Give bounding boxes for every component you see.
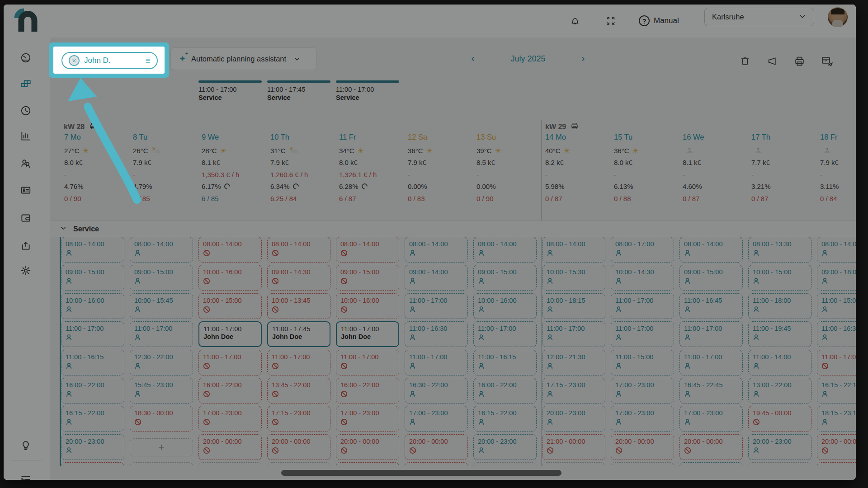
filter-chip-label: John D. (84, 56, 111, 65)
clear-filter-icon[interactable]: ✕ (69, 55, 80, 66)
highlight-box: ✕ John D. ≡ (49, 42, 169, 78)
app-window: ? Manual Karlsruhe (4, 5, 856, 480)
hamburger-icon[interactable]: ≡ (145, 58, 151, 63)
employee-filter-chip[interactable]: ✕ John D. ≡ (61, 52, 158, 69)
